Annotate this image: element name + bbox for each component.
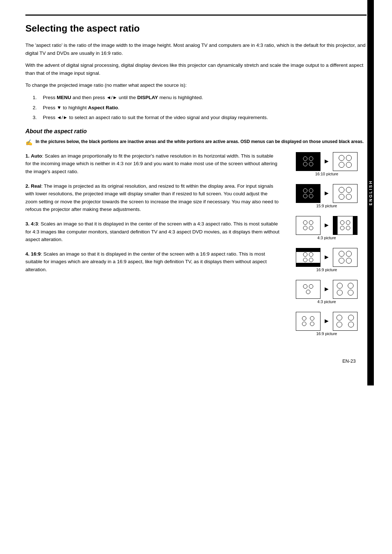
arrow-169: ► [323, 253, 330, 261]
diagram-43-2: ► [287, 280, 367, 307]
text-column: 1. Auto: Scales an image proportionally … [25, 152, 279, 344]
desc-16-9: 4. 16:9: Scales an image so that it is d… [25, 250, 279, 274]
diag-1610-left [296, 152, 320, 171]
desc-4-3: 3. 4:3: Scales an image so that it is di… [25, 220, 279, 244]
step-3: 3. Press ◄/► to select an aspect ratio t… [33, 114, 367, 122]
diag-169-2-left [296, 312, 320, 331]
label-159: 15:9 picture [316, 204, 337, 208]
about-heading: About the aspect ratio [25, 128, 367, 135]
note-text: In the pictures below, the black portion… [36, 138, 364, 145]
diag-169-left [296, 248, 320, 267]
diagram-169: ► [287, 248, 367, 275]
label-43-2: 4:3 picture [317, 300, 336, 304]
arrow-169-2: ► [323, 317, 330, 325]
diag-159-right [333, 184, 358, 203]
note-box: ✍ In the pictures below, the black porti… [25, 138, 367, 147]
diagram-159: ► 15:9 [287, 184, 367, 211]
diag-169-right [333, 248, 358, 267]
label-1610: 16:10 picture [315, 172, 338, 176]
diagram-169-2: ► [287, 312, 367, 339]
arrow-43-2: ► [323, 285, 330, 293]
note-icon: ✍ [25, 138, 33, 147]
diagram-1610: ► [287, 152, 367, 179]
label-169-2: 16:9 picture [316, 331, 337, 336]
intro-para1: The 'aspect ratio' is the ratio of the i… [25, 41, 367, 57]
main-content: 1. Auto: Scales an image proportionally … [25, 152, 367, 344]
diag-43-right [333, 216, 358, 235]
desc-auto: 1. Auto: Scales an image proportionally … [25, 152, 279, 176]
step-2: 2. Press ▼ to highlight Aspect Ratio. [33, 104, 367, 112]
diag-43-left [296, 216, 320, 235]
arrow-1610: ► [323, 158, 330, 165]
top-border [25, 15, 367, 16]
diagram-43-1: ► [287, 216, 367, 243]
intro-para3: To change the projected image ratio (no … [25, 81, 367, 89]
page-number: EN-23 [25, 358, 367, 364]
arrow-43-1: ► [323, 221, 330, 229]
desc-real: 2. Real: The image is projected as its o… [25, 182, 279, 213]
diag-43-2-right [333, 280, 358, 299]
english-label: ENGLISH [367, 0, 374, 386]
step-1: 1. Press MENU and then press ◄/► until t… [33, 94, 367, 102]
diagram-column: ► [287, 152, 367, 344]
page-title: Selecting the aspect ratio [25, 23, 367, 34]
diag-43-2-left [296, 280, 320, 299]
diag-169-2-right [333, 312, 358, 331]
label-43-1: 4:3 picture [317, 236, 336, 240]
diag-1610-right [333, 152, 358, 171]
intro-para2: With the advent of digital signal proces… [25, 61, 367, 77]
steps-list: 1. Press MENU and then press ◄/► until t… [33, 94, 367, 122]
diag-159-left [296, 184, 320, 203]
arrow-159: ► [323, 190, 330, 197]
label-169: 16:9 picture [316, 268, 337, 272]
